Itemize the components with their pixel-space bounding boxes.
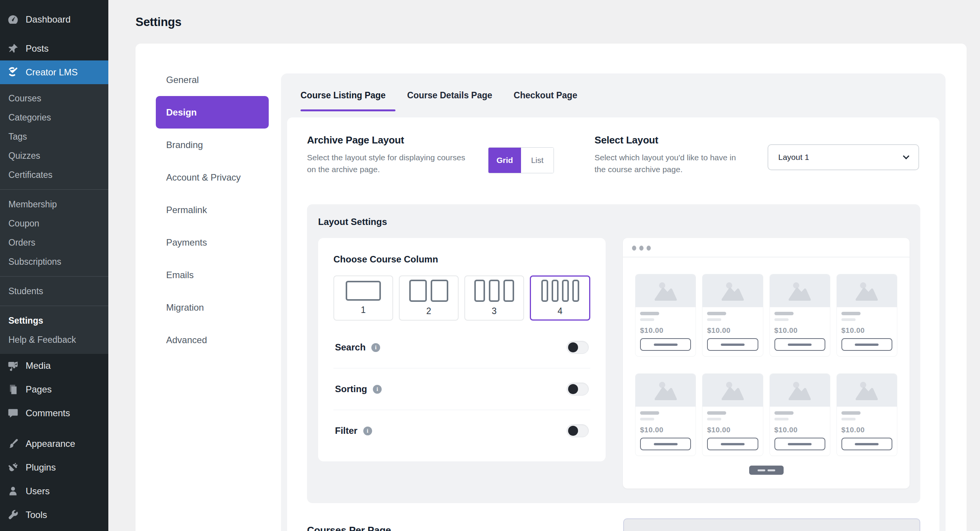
settings-nav-payments[interactable]: Payments	[156, 226, 269, 259]
preview-body: $10.00 $10.00 $10.00 $10.00 $10.	[623, 257, 910, 475]
page-title: Settings	[136, 15, 967, 29]
sidebar-item-posts[interactable]: Posts	[0, 37, 108, 60]
sidebar-item-dashboard[interactable]: Dashboard	[0, 8, 108, 31]
preview-card-info: $10.00	[770, 407, 830, 456]
settings-nav-design[interactable]: Design	[156, 96, 269, 129]
layout-preview: $10.00 $10.00 $10.00 $10.00 $10.	[623, 238, 910, 489]
column-option-label: 1	[361, 305, 366, 315]
sidebar-bottom-items: Media Pages Comments Appearance Plugins …	[0, 354, 108, 531]
submenu-item-quizzes[interactable]: Quizzes	[0, 146, 108, 165]
submenu-item-coupon[interactable]: Coupon	[0, 214, 108, 233]
column-option-2[interactable]: 2	[399, 275, 459, 321]
wp-admin-sidebar: Dashboard Posts Creator LMS CoursesCateg…	[0, 0, 108, 531]
settings-nav-emails[interactable]: Emails	[156, 259, 269, 291]
tab-course-listing-page[interactable]: Course Listing Page	[301, 73, 385, 117]
layout-select-dropdown[interactable]: Layout 1	[768, 144, 919, 170]
courses-per-page-row: Courses Per Page	[287, 503, 939, 531]
submenu-item-courses[interactable]: Courses	[0, 89, 108, 108]
settings-nav-account-privacy[interactable]: Account & Privacy	[156, 161, 269, 194]
image-placeholder-icon	[702, 274, 763, 307]
sidebar-item-appearance[interactable]: Appearance	[0, 432, 108, 456]
browser-dot-icon	[632, 246, 636, 251]
tab-course-details-page[interactable]: Course Details Page	[407, 73, 492, 117]
sidebar-spacer	[0, 425, 108, 432]
preview-card-info: $10.00	[702, 407, 763, 456]
courses-per-page-input[interactable]	[623, 518, 920, 531]
sidebar-item-users[interactable]: Users	[0, 479, 108, 503]
settings-nav-migration[interactable]: Migration	[156, 291, 269, 324]
toggle-label: Filter	[335, 425, 358, 436]
submenu-item-certificates[interactable]: Certificates	[0, 165, 108, 184]
skeleton-bar	[640, 418, 654, 420]
skeleton-bar	[640, 318, 654, 321]
sidebar-item-pages[interactable]: Pages	[0, 378, 108, 401]
submenu-item-help-feedback[interactable]: Help & Feedback	[0, 330, 108, 349]
submenu-item-students[interactable]: Students	[0, 282, 108, 301]
submenu-item-settings[interactable]: Settings	[0, 311, 108, 330]
submenu-item-membership[interactable]: Membership	[0, 195, 108, 214]
toggle-left: Search i	[335, 342, 380, 353]
image-placeholder-icon	[837, 374, 897, 407]
filter-toggle[interactable]	[567, 424, 589, 437]
skeleton-bar	[855, 344, 879, 346]
settings-nav-permalink[interactable]: Permalink	[156, 194, 269, 226]
appearance-icon	[7, 438, 19, 450]
submenu-item-categories[interactable]: Categories	[0, 108, 108, 127]
tab-checkout-page[interactable]: Checkout Page	[514, 73, 577, 117]
preview-course-card: $10.00	[635, 274, 696, 356]
sidebar-item-label: Appearance	[26, 438, 75, 449]
settings-nav-general[interactable]: General	[156, 64, 269, 96]
sidebar-item-label: Posts	[26, 43, 49, 54]
skeleton-bar	[788, 344, 812, 346]
submenu-item-orders[interactable]: Orders	[0, 233, 108, 252]
sidebar-item-tools[interactable]: Tools	[0, 503, 108, 527]
preview-course-card: $10.00	[837, 274, 897, 356]
info-icon[interactable]: i	[373, 385, 382, 394]
sidebar-item-media[interactable]: Media	[0, 354, 108, 378]
sidebar-item-plugins[interactable]: Plugins	[0, 456, 108, 479]
settings-nav-advanced[interactable]: Advanced	[156, 324, 269, 356]
submenu-item-tags[interactable]: Tags	[0, 127, 108, 146]
info-icon[interactable]: i	[363, 427, 372, 435]
column-option-1[interactable]: 1	[333, 275, 393, 321]
preview-button	[640, 438, 691, 450]
search-toggle[interactable]	[567, 341, 589, 354]
skeleton-bar	[721, 443, 745, 445]
filter-row: Filter i	[333, 410, 590, 451]
tab-content-panel: Archive Page Layout Select the layout st…	[287, 117, 939, 531]
column-option-4[interactable]: 4	[530, 275, 590, 321]
sidebar-item-comments[interactable]: Comments	[0, 401, 108, 425]
skeleton-bar	[640, 312, 659, 315]
grid-button[interactable]: Grid	[488, 148, 521, 173]
archive-layout-title: Archive Page Layout	[307, 134, 488, 146]
preview-price: $10.00	[774, 326, 825, 335]
sidebar-item-settings[interactable]: Settings	[0, 527, 108, 531]
skeleton-bar	[841, 411, 861, 415]
preview-card-info: $10.00	[702, 307, 763, 356]
skeleton-bar	[774, 418, 789, 420]
pushpin-icon	[7, 42, 19, 55]
sidebar-item-label: Media	[26, 360, 51, 371]
preview-course-card: $10.00	[702, 274, 763, 356]
skeleton-bar	[707, 411, 726, 415]
info-icon[interactable]: i	[371, 343, 380, 352]
comments-icon	[7, 407, 19, 419]
preview-button	[640, 338, 691, 351]
preview-button	[841, 438, 892, 450]
preview-price: $10.00	[707, 326, 758, 335]
settings-nav-branding[interactable]: Branding	[156, 129, 269, 161]
column-glyph-icon	[541, 280, 579, 302]
preview-card-info: $10.00	[837, 407, 897, 456]
column-option-3[interactable]: 3	[464, 275, 524, 321]
list-button[interactable]: List	[521, 148, 554, 173]
dashboard-icon	[7, 13, 19, 26]
search-row: Search i	[333, 327, 590, 368]
sidebar-item-creator-lms[interactable]: Creator LMS	[0, 60, 108, 84]
submenu-item-subscriptions[interactable]: Subscriptions	[0, 252, 108, 271]
layout-settings-columns: Choose Course Column 1 2 3 4 Search i So…	[318, 238, 910, 489]
submenu-divider	[0, 306, 108, 306]
column-option-label: 2	[426, 306, 431, 316]
preview-card-info: $10.00	[837, 307, 897, 356]
sorting-toggle[interactable]	[567, 383, 589, 396]
preview-price: $10.00	[841, 426, 892, 434]
